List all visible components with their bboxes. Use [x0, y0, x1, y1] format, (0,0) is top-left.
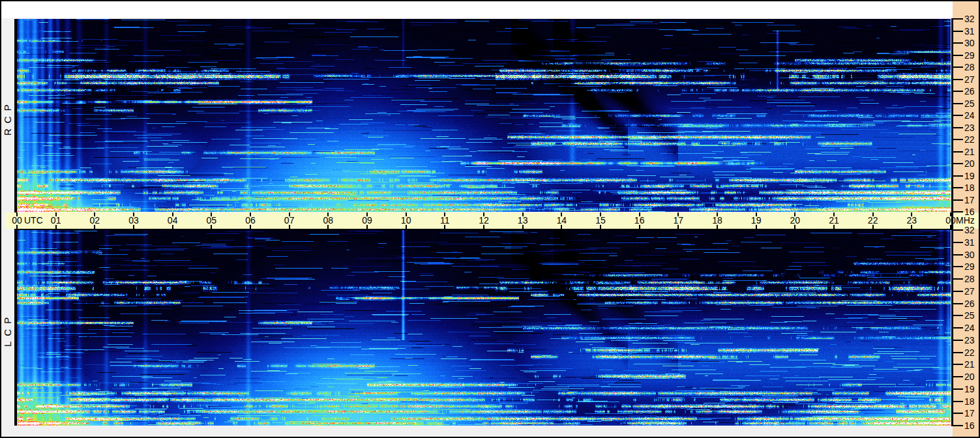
- time-tick-label: 18: [708, 215, 726, 226]
- freq-tick-label: 27: [964, 286, 979, 297]
- time-tick-label: 13: [514, 215, 532, 226]
- freq-tick-label: 17: [964, 408, 979, 418]
- freq-tick: [951, 91, 963, 92]
- panel-separator-line: [14, 229, 953, 230]
- freq-tick-label: 32: [964, 225, 979, 235]
- time-tick-label: 15: [591, 215, 610, 226]
- freq-tick-label: 28: [964, 62, 979, 72]
- freq-tick: [951, 388, 963, 390]
- time-tick-label: 19: [747, 215, 765, 226]
- freq-tick: [951, 139, 963, 140]
- freq-tick: [951, 229, 963, 231]
- rcp-panel-label: RCP: [2, 62, 14, 173]
- freq-tick-label: 19: [964, 384, 979, 394]
- freq-tick: [951, 42, 963, 44]
- freq-tick-label: 21: [964, 147, 979, 157]
- freq-tick-label: 16: [964, 207, 979, 217]
- time-tick-label: 21: [825, 215, 843, 226]
- freq-tick: [951, 103, 963, 104]
- freq-tick: [951, 115, 963, 116]
- time-tick-label: 02: [85, 215, 104, 226]
- freq-tick: [951, 340, 963, 341]
- time-tick-label: 16: [631, 215, 649, 226]
- freq-tick: [951, 163, 963, 164]
- time-tick-label: 12: [475, 215, 493, 226]
- freq-tick: [951, 401, 963, 402]
- freq-tick: [951, 151, 963, 153]
- title-bar: AJ4CO Observatory 27 May 2014 - DPS on T…: [1, 1, 953, 18]
- freq-tick: [951, 199, 963, 201]
- freq-tick: [951, 211, 963, 212]
- freq-tick-label: 24: [964, 323, 979, 333]
- freq-tick-label: 30: [964, 250, 979, 260]
- freq-tick: [951, 327, 963, 328]
- freq-tick: [951, 175, 963, 177]
- lcp-spectrogram: [17, 230, 951, 426]
- time-tick-label: 17: [669, 215, 687, 226]
- freq-tick: [951, 55, 963, 56]
- freq-tick-label: 30: [964, 38, 979, 48]
- freq-tick: [951, 266, 963, 267]
- time-tick-label: 00: [8, 215, 26, 226]
- freq-tick: [951, 127, 963, 128]
- freq-tick: [951, 278, 963, 280]
- time-tick-label: 05: [202, 215, 220, 226]
- freq-tick: [951, 79, 963, 80]
- freq-tick: [951, 315, 963, 316]
- freq-tick: [951, 291, 963, 292]
- freq-tick: [951, 425, 963, 426]
- time-tick-label: 01: [47, 215, 65, 226]
- utc-unit-label: UTC: [24, 215, 43, 226]
- freq-tick: [951, 187, 963, 188]
- time-tick-label: 10: [397, 215, 415, 226]
- time-tick-label: 00: [942, 215, 960, 226]
- freq-tick: [951, 352, 963, 353]
- time-tick-label: 14: [552, 215, 571, 226]
- freq-tick: [951, 376, 963, 377]
- freq-tick-label: 31: [964, 237, 979, 248]
- time-tick-label: 03: [125, 215, 143, 226]
- freq-tick: [951, 242, 963, 243]
- freq-tick: [951, 66, 963, 68]
- freq-tick-label: 31: [964, 26, 979, 36]
- freq-tick: [951, 254, 963, 256]
- time-tick-label: 11: [436, 215, 454, 226]
- freq-tick-label: 25: [964, 98, 979, 109]
- freq-tick-label: 23: [964, 123, 979, 133]
- freq-tick-label: 23: [964, 335, 979, 345]
- freq-tick-label: 27: [964, 74, 979, 85]
- freq-tick-label: 32: [964, 14, 979, 24]
- freq-tick: [951, 18, 963, 20]
- freq-tick: [951, 413, 963, 414]
- freq-tick: [951, 31, 963, 32]
- freq-tick-label: 19: [964, 171, 979, 181]
- time-tick-label: 22: [864, 215, 882, 226]
- rcp-spectrogram: [17, 19, 951, 212]
- lcp-panel-label: LCP: [2, 274, 14, 385]
- freq-tick: [951, 303, 963, 304]
- freq-tick-label: 26: [964, 86, 979, 96]
- freq-tick-label: 20: [964, 372, 979, 382]
- time-tick-label: 23: [902, 215, 921, 226]
- freq-tick-label: 29: [964, 261, 979, 272]
- freq-tick-label: 24: [964, 110, 979, 121]
- time-tick-label: 09: [358, 215, 376, 226]
- freq-tick-label: 25: [964, 310, 979, 321]
- freq-tick-label: 28: [964, 274, 979, 284]
- time-tick-label: 07: [280, 215, 299, 226]
- freq-tick: [951, 364, 963, 365]
- app-window: AJ4CO Observatory 27 May 2014 - DPS on T…: [0, 0, 980, 438]
- time-tick-label: 06: [241, 215, 260, 226]
- freq-tick-label: 18: [964, 396, 979, 407]
- freq-tick-label: 16: [964, 420, 979, 431]
- time-tick-label: 08: [319, 215, 337, 226]
- freq-tick-label: 22: [964, 134, 979, 145]
- freq-tick-label: 18: [964, 182, 979, 193]
- time-tick-label: 20: [786, 215, 804, 226]
- freq-tick-label: 22: [964, 347, 979, 358]
- freq-tick-label: 20: [964, 158, 979, 169]
- freq-tick-label: 21: [964, 359, 979, 370]
- time-tick-label: 04: [164, 215, 182, 226]
- freq-tick-label: 29: [964, 50, 979, 61]
- freq-tick-label: 17: [964, 195, 979, 205]
